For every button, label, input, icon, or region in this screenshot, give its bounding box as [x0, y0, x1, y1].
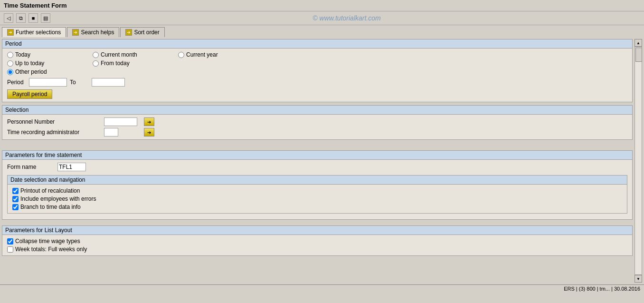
- selection-grid: Personnel Number ➔ Time recording admini…: [2, 115, 632, 139]
- scrollbar: ▲ ▼: [635, 39, 642, 283]
- tab-bar: ➔ Further selections ➔ Search helps ➔ So…: [0, 25, 644, 37]
- radio-up-to-today-input[interactable]: [7, 60, 13, 67]
- radio-other-period-input[interactable]: [7, 69, 13, 75]
- period-input-row: Period To: [7, 78, 627, 87]
- include-employees-checkbox[interactable]: [12, 196, 19, 202]
- printout-recalc-checkbox[interactable]: [12, 188, 19, 194]
- status-info: ERS | (3) 800 | tm... | 30.08.2016: [564, 286, 640, 292]
- time-recording-admin-label: Time recording administrator: [7, 129, 102, 136]
- watermark: © www.tutorialkart.com: [53, 14, 640, 22]
- tab-sort-order-label: Sort order: [134, 29, 159, 36]
- list-layout-content: Collapse time wage types Week totals: Fu…: [2, 235, 632, 255]
- back-icon[interactable]: ◁: [4, 13, 13, 23]
- week-totals-checkbox[interactable]: [7, 246, 13, 253]
- params-time-statement-title: Parameters for time statement: [2, 151, 632, 160]
- params-time-statement-content: Form name Date selection and navigation …: [2, 160, 632, 219]
- period-label: Period: [7, 79, 26, 86]
- payroll-period-button[interactable]: Payroll period: [7, 89, 52, 99]
- tab-further-selections[interactable]: ➔ Further selections: [2, 27, 66, 37]
- save-icon[interactable]: ■: [28, 13, 38, 23]
- include-employees-row: Include employees with errors: [12, 195, 622, 202]
- status-bar: ERS | (3) 800 | tm... | 30.08.2016: [0, 284, 644, 293]
- printout-recalc-label: Printout of recalculation: [20, 187, 80, 194]
- scroll-track[interactable]: [635, 47, 642, 275]
- date-selection-content: Printout of recalculation Include employ…: [8, 185, 627, 213]
- scroll-thumb[interactable]: [635, 48, 642, 62]
- radio-current-year: Current year: [178, 51, 264, 58]
- tab-further-selections-label: Further selections: [16, 29, 61, 36]
- collapse-time-wage-label: Collapse time wage types: [15, 238, 80, 244]
- period-title: Period: [2, 39, 632, 49]
- personnel-number-label: Personnel Number: [7, 118, 102, 125]
- list-layout-title: Parameters for List Layout: [2, 226, 632, 235]
- radio-current-year-label: Current year: [186, 51, 218, 58]
- radio-today-label: Today: [15, 51, 30, 58]
- period-section: Period Today Current month Current year: [2, 39, 633, 102]
- params-time-statement-section: Parameters for time statement Form name …: [2, 150, 633, 220]
- radio-today-input[interactable]: [7, 52, 13, 58]
- spacer: [2, 143, 633, 147]
- form-name-row: Form name: [7, 163, 627, 171]
- time-recording-admin-input[interactable]: [104, 128, 118, 137]
- personnel-number-select-btn[interactable]: ➔: [144, 117, 154, 126]
- selection-title: Selection: [2, 106, 632, 115]
- tab-sort-order[interactable]: ➔ Sort order: [120, 27, 164, 37]
- radio-up-to-today-label: Up to today: [15, 60, 44, 67]
- radio-today: Today: [7, 51, 93, 58]
- form-area: Period Today Current month Current year: [2, 39, 633, 283]
- collapse-time-wage-row: Collapse time wage types: [7, 238, 627, 244]
- page-title: Time Statement Form: [4, 2, 67, 9]
- radio-from-today-input[interactable]: [93, 60, 99, 67]
- period-to-input[interactable]: [92, 78, 125, 87]
- tab-search-helps[interactable]: ➔ Search helps: [67, 27, 119, 37]
- radio-current-month-label: Current month: [101, 51, 137, 58]
- scroll-up-btn[interactable]: ▲: [635, 39, 642, 47]
- branch-time-data-label: Branch to time data info: [20, 204, 81, 210]
- collapse-time-wage-checkbox[interactable]: [7, 238, 13, 244]
- personnel-number-input[interactable]: [104, 117, 137, 126]
- radio-from-today: From today: [93, 60, 178, 67]
- radio-current-year-input[interactable]: [178, 52, 184, 58]
- branch-time-data-checkbox[interactable]: [12, 204, 19, 210]
- toolbar: ◁ ⧉ ■ ▤ © www.tutorialkart.com: [0, 11, 644, 25]
- printout-recalc-row: Printout of recalculation: [12, 187, 622, 194]
- tab-arrow-1: ➔: [7, 29, 14, 36]
- form-name-input[interactable]: [57, 163, 86, 171]
- radio-other-period: Other period: [7, 68, 93, 75]
- tab-arrow-2: ➔: [72, 29, 79, 36]
- radio-current-month: Current month: [93, 51, 178, 58]
- title-bar: Time Statement Form: [0, 0, 644, 11]
- tab-search-helps-label: Search helps: [81, 29, 114, 36]
- week-totals-row: Week totals: Full weeks only: [7, 246, 627, 253]
- period-content: Today Current month Current year Up to t…: [2, 49, 632, 102]
- date-selection-title: Date selection and navigation: [8, 176, 627, 185]
- list-layout-section: Parameters for List Layout Collapse time…: [2, 225, 633, 256]
- radio-from-today-label: From today: [101, 60, 130, 67]
- period-radios: Today Current month Current year Up to t…: [7, 51, 627, 75]
- scroll-down-btn[interactable]: ▼: [635, 275, 642, 283]
- time-recording-admin-select-btn[interactable]: ➔: [144, 128, 154, 137]
- print-icon[interactable]: ▤: [41, 13, 50, 23]
- tab-arrow-3: ➔: [125, 29, 132, 36]
- radio-up-to-today: Up to today: [7, 60, 93, 67]
- include-employees-label: Include employees with errors: [20, 195, 96, 202]
- radio-current-month-input[interactable]: [93, 52, 99, 58]
- date-selection-box: Date selection and navigation Printout o…: [7, 175, 627, 214]
- selection-section: Selection Personnel Number ➔ Time record…: [2, 105, 633, 140]
- week-totals-label: Week totals: Full weeks only: [15, 246, 87, 253]
- period-from-input[interactable]: [29, 78, 67, 87]
- copy-icon[interactable]: ⧉: [16, 13, 26, 23]
- to-label: To: [70, 79, 89, 86]
- radio-other-period-label: Other period: [15, 68, 47, 75]
- branch-time-data-row: Branch to time data info: [12, 204, 622, 210]
- form-name-label: Form name: [7, 164, 55, 170]
